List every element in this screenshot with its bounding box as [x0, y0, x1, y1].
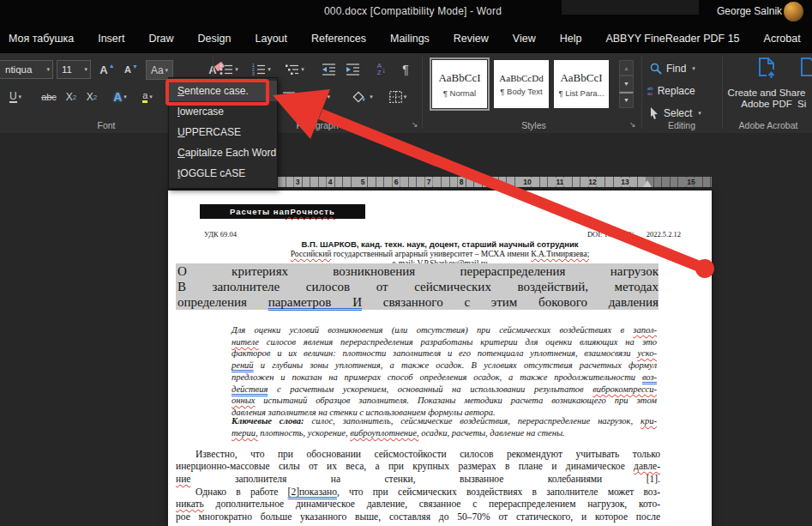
- article-title-line: определения параметров И связанного с эт…: [176, 294, 659, 310]
- chevron-down-icon[interactable]: ▾: [46, 66, 50, 73]
- select-label: Select: [664, 107, 692, 119]
- tab-insert[interactable]: Insert: [98, 25, 124, 52]
- ruler-right-margin: [646, 177, 712, 187]
- font-size-value: 11: [62, 64, 72, 75]
- tab-acrobat[interactable]: Acrobat: [764, 25, 801, 52]
- underline-button[interactable]: U▾: [7, 88, 24, 106]
- body-text-line: Известно, что при обосновании сейсмостой…: [176, 448, 660, 460]
- styles-group-label: Styles: [429, 120, 639, 130]
- abstract-line: предложен и показан на примерах способ о…: [232, 372, 657, 384]
- create-share-label-line2: Adobe PDF: [741, 99, 791, 109]
- create-share-pdf-button[interactable]: Create and Share Adobe PDF: [727, 57, 806, 110]
- show-paragraph-marks-button[interactable]: ¶: [396, 60, 415, 79]
- ribbon: ntiqua ▾ 11 ▾ A▲ A▼ Aa▾ A U▾ abc X2 X2 A…: [0, 53, 812, 133]
- increase-indent-icon: [346, 63, 360, 76]
- text-effects-button[interactable]: A▾: [108, 88, 132, 106]
- subscript-button[interactable]: X2: [62, 88, 81, 106]
- styles-more-button[interactable]: ▼: [619, 92, 634, 108]
- ruler-number: 12: [586, 178, 598, 186]
- numbered-list-button[interactable]: 123 ▾: [249, 60, 274, 79]
- tab-design[interactable]: Design: [198, 25, 232, 52]
- strikethrough-button[interactable]: abc: [38, 88, 60, 106]
- paragraph-dialog-launcher[interactable]: ↘: [412, 120, 418, 129]
- adobe-group-label: Adobe Acrobat: [725, 120, 812, 130]
- styles-scroll-up-button[interactable]: ▲: [619, 60, 634, 76]
- text-highlight-button[interactable]: a▾: [137, 88, 158, 106]
- tab-layout[interactable]: Layout: [256, 25, 288, 52]
- replace-icon: abac: [647, 86, 653, 96]
- numbered-list-icon: 123: [252, 63, 266, 76]
- tab-draw[interactable]: Draw: [148, 25, 173, 52]
- abstract-line: онных испытаний образцов заполнителя. По…: [232, 395, 657, 407]
- doi-number: DOI: 10.37538/ 2022.5.2.12: [587, 230, 681, 239]
- decrease-indent-button[interactable]: [319, 60, 340, 79]
- grow-font-button[interactable]: A▲: [96, 60, 118, 79]
- multilevel-list-button[interactable]: ▾: [281, 60, 309, 79]
- tab-home-custom[interactable]: Моя табушка: [9, 25, 74, 52]
- window-title: 000.docx [Compatibility Mode] - Word: [324, 5, 502, 17]
- tab-view[interactable]: View: [513, 25, 536, 52]
- account-name[interactable]: George Salnik: [717, 5, 782, 17]
- menu-item-uppercase[interactable]: UPPERCASE: [169, 122, 277, 142]
- search-box-area[interactable]: [562, 0, 699, 15]
- section-banner: Расчеты на пРочность: [200, 204, 365, 219]
- tab-mailings[interactable]: Mailings: [390, 25, 430, 52]
- styles-scroll-down-button[interactable]: ▼: [619, 76, 634, 91]
- body-text-line: инерционно-массовые силы от их веса, а п…: [176, 460, 660, 472]
- bullet-list-button[interactable]: ▾: [216, 60, 242, 79]
- tab-abbyy-finereader[interactable]: ABBYY FineReader PDF 15: [605, 25, 739, 52]
- ruler-number: 15: [685, 178, 696, 186]
- find-button[interactable]: Find▾: [650, 58, 695, 79]
- abstract-line: факторов и их величин: плотности заполни…: [232, 348, 657, 360]
- superscript-button[interactable]: X2: [82, 88, 101, 106]
- request-signatures-button-partial[interactable]: Si: [797, 57, 812, 110]
- pdf-share-icon: [755, 57, 778, 82]
- keywords-line: Ключевые слова: силос, заполнитель, сейс…: [232, 415, 657, 427]
- affiliation-line: Российский государственный аграрный унив…: [168, 250, 712, 258]
- increase-indent-button[interactable]: [343, 60, 364, 79]
- borders-button[interactable]: ▾: [382, 88, 413, 106]
- style-sample: AaBbCcDd: [499, 73, 543, 83]
- chevron-down-icon[interactable]: ▾: [84, 66, 87, 73]
- tab-references[interactable]: References: [311, 25, 366, 52]
- ruler-number: 13: [619, 178, 630, 186]
- body-text-line: Однако в работе [2]показано, что при сей…: [176, 486, 660, 498]
- group-separator: [722, 57, 723, 129]
- justify-button[interactable]: [280, 88, 298, 106]
- abstract-line: рений и глубины зоны уплотнения, а также…: [232, 360, 657, 372]
- sort-button[interactable]: AZ↓: [370, 60, 393, 79]
- replace-button[interactable]: abac Replace: [647, 81, 695, 101]
- tab-review[interactable]: Review: [454, 25, 489, 52]
- menu-item-capitalize-each-word[interactable]: Capitalize Each Word: [169, 142, 277, 163]
- abstract-line: Для оценки условий возникновения (или от…: [232, 324, 657, 336]
- document-page[interactable]: Расчеты на пРочность УДК 69.04 DOI: 10.3…: [168, 190, 712, 526]
- font-name-combobox[interactable]: ntiqua ▾: [0, 60, 53, 79]
- shading-button[interactable]: ▾: [346, 88, 379, 106]
- ribbon-tab-bar: Моя табушка Insert Draw Design Layout Re…: [0, 24, 812, 53]
- line-spacing-button[interactable]: ↕ ▾: [305, 88, 334, 106]
- font-size-combobox[interactable]: 11 ▾: [57, 60, 91, 79]
- annotation-highlight-rectangle: [165, 79, 269, 106]
- styles-gallery-scroll: ▲ ▼ ▼: [619, 60, 634, 108]
- group-separator: [422, 57, 423, 129]
- bullet-list-icon: [220, 63, 233, 76]
- ruler-number: 9: [490, 178, 498, 186]
- ruler-number: 11: [555, 178, 566, 186]
- style-sample: AaBbCcI: [560, 71, 602, 85]
- style-list-paragraph[interactable]: AaBbCcI ¶ List Para...: [554, 60, 609, 108]
- style-body-text[interactable]: AaBbCcDd ¶ Body Text: [494, 60, 549, 108]
- search-icon: [650, 63, 662, 75]
- tab-help[interactable]: Help: [560, 25, 582, 52]
- horizontal-ruler[interactable]: 3 4 5 6 7 8 9 10 11 12 13 15: [278, 177, 712, 187]
- ruler-number: 3: [294, 178, 302, 186]
- ruler-number: 8: [458, 178, 466, 186]
- styles-dialog-launcher[interactable]: ↘: [629, 120, 636, 129]
- menu-item-toggle-case[interactable]: tOGGLE cASE: [169, 163, 277, 184]
- style-normal[interactable]: AaBbCcI ¶ Normal: [432, 60, 487, 108]
- right-indent-marker[interactable]: [643, 180, 652, 187]
- shrink-font-button[interactable]: A▼: [120, 60, 142, 79]
- partial-button-label: Si: [797, 99, 806, 109]
- avatar[interactable]: [784, 2, 803, 21]
- justify-icon: [283, 92, 295, 103]
- line-spacing-icon: [315, 92, 325, 103]
